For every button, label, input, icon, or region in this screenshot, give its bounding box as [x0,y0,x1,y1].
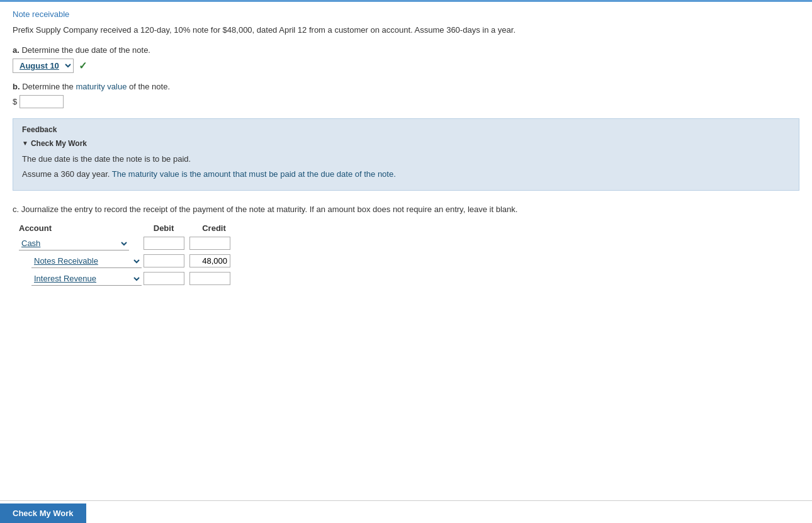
journal-instruction: c. Journalize the entry to record the re… [13,203,799,216]
maturity-value-input[interactable] [20,95,64,108]
account-cash-container: Cash Notes Receivable Interest Revenue [19,237,138,250]
feedback-line1: The due date is the date the note is to … [22,153,790,166]
check-my-work-button[interactable]: Check My Work [0,503,86,523]
journal-row-interest-revenue: Interest Revenue Cash Notes Receivable [19,272,799,286]
section-b-label: b. Determine the maturity value of the n… [13,82,799,91]
feedback-box: Feedback Check My Work The due date is t… [13,118,799,191]
section-a: a. Determine the due date of the note. A… [13,45,799,73]
maturity-row: $ [13,95,799,108]
notes-receivable-debit-input[interactable] [144,254,184,267]
bottom-divider [0,500,812,501]
interest-revenue-debit-input[interactable] [144,272,184,285]
account-notes-receivable-container: Notes Receivable Cash Interest Revenue [19,254,138,268]
account-interest-revenue-select[interactable]: Interest Revenue Cash Notes Receivable [31,272,142,286]
account-notes-receivable-select[interactable]: Notes Receivable Cash Interest Revenue [31,254,142,268]
section-a-label: a. Determine the due date of the note. [13,45,799,55]
problem-text: Prefix Supply Company received a 120-day… [13,24,799,37]
notes-receivable-credit-input[interactable] [189,254,230,267]
journal-header: Account Debit Credit [19,223,799,233]
interest-revenue-credit-input[interactable] [189,272,230,285]
feedback-title: Feedback [22,125,790,134]
journal-table: Account Debit Credit Cash Notes Receivab… [19,223,799,286]
account-cash-select[interactable]: Cash Notes Receivable Interest Revenue [19,237,129,250]
feedback-line2: Assume a 360 day year. The maturity valu… [22,168,790,181]
col-header-debit: Debit [138,223,189,233]
dollar-sign: $ [13,97,17,106]
journal-row-notes-receivable: Notes Receivable Cash Interest Revenue [19,254,799,268]
cash-debit-input[interactable] [144,237,184,250]
section-b: b. Determine the maturity value of the n… [13,82,799,108]
page-title: Note receivable [13,9,799,19]
journal-row-cash: Cash Notes Receivable Interest Revenue [19,237,799,250]
section-c: c. Journalize the entry to record the re… [13,203,799,286]
cash-credit-input[interactable] [189,237,230,250]
due-date-row: August 10 August 9 August 11 August 12 ✓ [13,59,799,73]
account-interest-revenue-container: Interest Revenue Cash Notes Receivable [19,272,138,286]
col-header-account: Account [19,223,138,233]
due-date-select[interactable]: August 10 August 9 August 11 August 12 [13,59,74,73]
check-my-work-label: Check My Work [22,139,790,148]
col-header-credit: Credit [189,223,239,233]
checkmark-icon: ✓ [79,60,87,72]
